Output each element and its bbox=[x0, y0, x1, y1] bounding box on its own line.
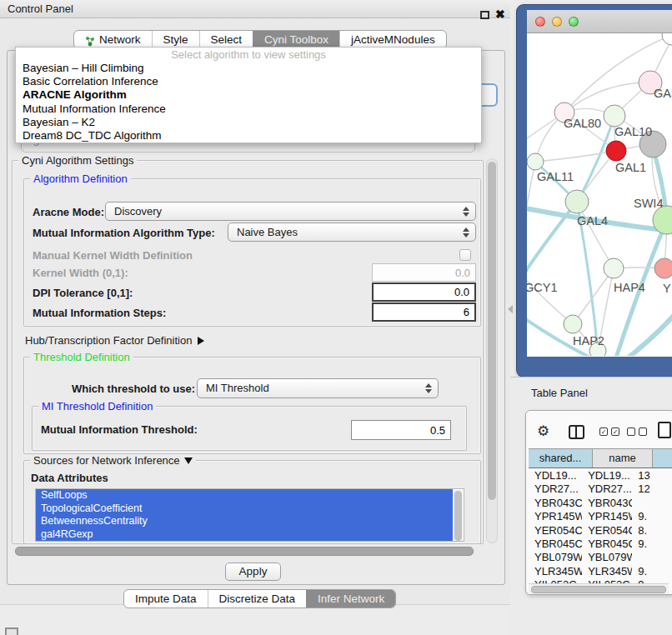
minimize-traffic-light[interactable] bbox=[552, 17, 562, 27]
columns-icon[interactable] bbox=[569, 425, 584, 439]
mi-threshold-input[interactable] bbox=[351, 420, 451, 440]
dpi-tolerance-label: DPI Tolerance [0,1]: bbox=[33, 287, 133, 299]
table-cell: YDL19... bbox=[582, 469, 632, 482]
tab-style[interactable]: Style bbox=[152, 31, 199, 48]
mi-algorithm-type-combobox[interactable]: Naive Bayes bbox=[228, 222, 476, 242]
network-graph: GALGAL80GAL10GAL1GAL11GAL4SWI4HAP4YGCY1H… bbox=[527, 33, 672, 356]
table-row[interactable]: YDR27...YDR27...12 bbox=[529, 482, 672, 496]
threshold-definition-legend: Threshold Definition bbox=[30, 351, 133, 363]
tab-label: Network bbox=[99, 31, 141, 48]
gear-icon[interactable]: ⚙ bbox=[537, 422, 549, 439]
which-threshold-label: Which threshold to use: bbox=[72, 382, 195, 395]
bottom-left-widget[interactable] bbox=[5, 628, 18, 635]
tab-cyni-toolbox[interactable]: Cyni Toolbox bbox=[253, 31, 339, 48]
aracne-mode-combobox[interactable]: Discovery bbox=[105, 202, 476, 221]
attribute-list-item[interactable]: SelfLoops bbox=[36, 489, 453, 502]
network-node[interactable] bbox=[662, 33, 672, 45]
algorithm-option[interactable]: Mutual Information Inference bbox=[16, 102, 481, 116]
network-edge[interactable] bbox=[527, 271, 573, 324]
select-all-checkboxes-icon[interactable]: ✓✓ bbox=[599, 428, 619, 436]
network-node-gal10[interactable] bbox=[604, 105, 625, 127]
attribute-list-item[interactable]: TopologicalCoefficient bbox=[36, 502, 453, 516]
aracne-mode-label: Aracne Mode: bbox=[33, 206, 104, 218]
control-panel-titlebar[interactable]: Control Panel bbox=[0, 0, 510, 18]
data-attributes-label: Data Attributes bbox=[31, 472, 108, 484]
tab-label: Discretize Data bbox=[219, 590, 296, 608]
algorithm-option[interactable]: ARACNE Algorithm bbox=[16, 88, 481, 102]
tab-jactivemnodules[interactable]: jActiveMNodules bbox=[339, 31, 446, 48]
table-cell: 9. bbox=[632, 565, 672, 578]
algorithm-option[interactable]: Dream8 DC_TDC Algorithm bbox=[16, 129, 481, 142]
kernel-width-input[interactable] bbox=[372, 263, 476, 282]
network-edge-thick[interactable] bbox=[625, 310, 672, 356]
close-panel-icon[interactable]: ✖ bbox=[495, 8, 505, 21]
cyni-algorithm-settings-legend: Cyni Algorithm Settings bbox=[18, 154, 137, 167]
table-column-header[interactable]: name bbox=[593, 449, 653, 468]
application-root: Control Panel ✖ NetworkStyleSelectCyni T… bbox=[0, 0, 672, 635]
algorithm-option[interactable]: Basic Correlation Inference bbox=[16, 75, 481, 88]
deselect-all-checkboxes-icon[interactable] bbox=[627, 428, 647, 436]
table-cell: YER054C bbox=[582, 524, 632, 538]
network-node-hap4[interactable] bbox=[604, 258, 624, 278]
expander-right-icon bbox=[198, 337, 204, 345]
attribute-list-item[interactable]: BetweennessCentrality bbox=[36, 515, 453, 528]
table-column-header[interactable]: shared... bbox=[529, 449, 593, 468]
collapse-down-icon bbox=[184, 458, 193, 464]
attribute-list-scrollbar[interactable] bbox=[454, 490, 463, 542]
splitter-collapse-icon[interactable] bbox=[508, 305, 513, 313]
table-row[interactable]: YPR145WYPR145W9. bbox=[529, 510, 672, 523]
network-node-hap2[interactable] bbox=[564, 315, 582, 333]
table-cell: 12 bbox=[632, 482, 672, 496]
dpi-tolerance-input[interactable] bbox=[372, 282, 476, 302]
attribute-list-item[interactable]: gal4RGexp bbox=[36, 528, 453, 542]
document-icon[interactable] bbox=[658, 422, 671, 438]
table-horizontal-scrollbar[interactable] bbox=[529, 583, 669, 594]
network-window-titlebar[interactable] bbox=[527, 10, 672, 33]
manual-kernel-width-label: Manual Kernel Width Definition bbox=[33, 249, 193, 262]
sources-legend[interactable]: Sources for Network Inference bbox=[30, 454, 196, 467]
mi-algorithm-type-value: Naive Bayes bbox=[237, 226, 298, 238]
algorithm-dropdown-options: Bayesian – Hill ClimbingBasic Correlatio… bbox=[16, 62, 481, 142]
zoom-traffic-light[interactable] bbox=[569, 17, 579, 27]
table-row[interactable]: YBR043CYBR043C bbox=[529, 497, 672, 510]
apply-button[interactable]: Apply bbox=[225, 562, 281, 581]
table-cell bbox=[632, 551, 672, 564]
settings-vertical-scrollbar-thumb[interactable] bbox=[488, 162, 496, 500]
network-canvas[interactable]: GALGAL80GAL10GAL1GAL11GAL4SWI4HAP4YGCY1H… bbox=[527, 33, 672, 356]
combo-spinner-icon bbox=[463, 228, 469, 238]
table-row[interactable]: YDL19...YDL19...13 bbox=[529, 469, 672, 482]
tab-select[interactable]: Select bbox=[199, 31, 253, 48]
algorithm-option[interactable]: Bayesian – K2 bbox=[16, 116, 481, 129]
tab-network[interactable]: Network bbox=[74, 31, 152, 48]
network-edge[interactable] bbox=[535, 151, 616, 162]
tab-discretize-data[interactable]: Discretize Data bbox=[208, 590, 307, 608]
table-column-header[interactable] bbox=[653, 449, 672, 468]
which-threshold-combobox[interactable]: MI Threshold bbox=[197, 378, 439, 398]
network-node-gal4[interactable] bbox=[565, 190, 589, 213]
mi-steps-input[interactable] bbox=[372, 302, 476, 322]
network-node-gal1[interactable] bbox=[606, 141, 626, 161]
settings-horizontal-scrollbar-thumb[interactable] bbox=[15, 547, 474, 556]
network-node-gal11[interactable] bbox=[527, 153, 544, 170]
float-window-icon[interactable] bbox=[480, 11, 489, 19]
network-node-y[interactable] bbox=[654, 258, 672, 278]
tab-impute-data[interactable]: Impute Data bbox=[124, 590, 208, 608]
algorithm-option[interactable]: Bayesian – Hill Climbing bbox=[16, 62, 481, 75]
tab-label: Style bbox=[163, 31, 188, 48]
table-cell: YPR145W bbox=[529, 510, 582, 523]
data-attributes-items: SelfLoopsTopologicalCoefficientBetweenne… bbox=[36, 489, 464, 541]
table-cell bbox=[632, 497, 672, 510]
tab-infer-network[interactable]: Infer Network bbox=[306, 590, 395, 608]
table-row[interactable]: YLR345WYLR345W9. bbox=[529, 565, 672, 578]
table-row[interactable]: YER054CYER054C8. bbox=[529, 524, 672, 538]
tab-label: Cyni Toolbox bbox=[264, 31, 328, 48]
data-attributes-list[interactable]: SelfLoopsTopologicalCoefficientBetweenne… bbox=[35, 488, 464, 542]
hub-transcription-factor-expander[interactable]: Hub/Transcription Factor Definition bbox=[25, 334, 204, 347]
table-row[interactable]: YBR045CYBR045C9. bbox=[529, 538, 672, 551]
close-traffic-light[interactable] bbox=[535, 17, 545, 27]
network-edge[interactable] bbox=[527, 162, 535, 271]
combo-spinner-icon bbox=[463, 207, 469, 217]
network-node-label: GCY1 bbox=[527, 281, 558, 294]
manual-kernel-width-checkbox[interactable] bbox=[459, 249, 471, 261]
table-row[interactable]: YBL079WYBL079W bbox=[529, 551, 672, 564]
